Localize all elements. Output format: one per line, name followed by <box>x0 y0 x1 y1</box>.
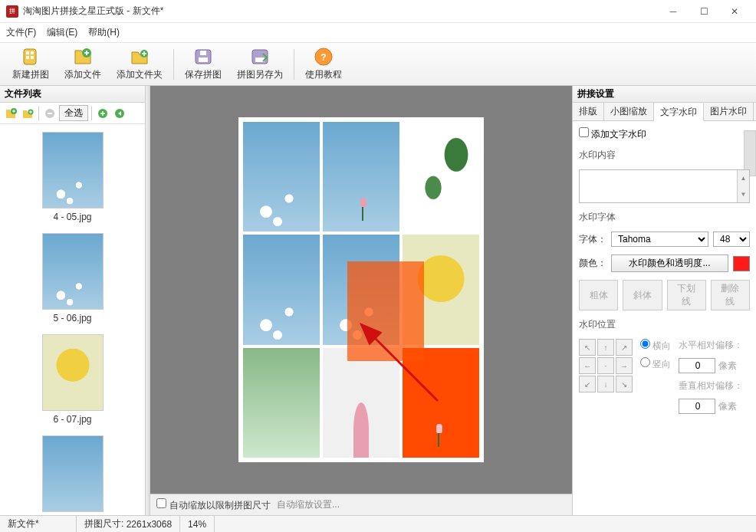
voffset-label: 垂直相对偏移： <box>679 379 743 392</box>
toolbar-saveas-label: 拼图另存为 <box>237 68 283 81</box>
canvas-footer: 自动缩放以限制拼图尺寸 自动缩放设置... <box>150 494 572 515</box>
orient-vert[interactable]: 竖向 <box>640 357 671 371</box>
list-item[interactable]: 6 - 07.jpg <box>0 334 145 425</box>
position-section-label: 水印位置 <box>579 318 750 331</box>
font-section-label: 水印字体 <box>579 211 750 224</box>
add-text-watermark-checkbox[interactable]: 添加文字水印 <box>579 127 750 141</box>
tab-text-watermark[interactable]: 文字水印 <box>654 103 704 121</box>
toolbar-addfile-label: 添加文件 <box>64 68 101 81</box>
tab-image-watermark[interactable]: 图片水印 <box>704 103 754 120</box>
menu-edit[interactable]: 编辑(E) <box>47 26 77 39</box>
font-select[interactable]: Tahoma <box>611 232 708 247</box>
toolbar-new[interactable]: 新建拼图 <box>5 44 57 84</box>
minimize-button[interactable]: ─ <box>658 1 689 22</box>
thumbnail-image <box>42 334 104 411</box>
thumbnail-list[interactable]: 4 - 05.jpg 5 - 06.jpg 6 - 07.jpg <box>0 124 145 515</box>
orient-horiz[interactable]: 横向 <box>640 339 671 353</box>
canvas-viewport[interactable] <box>150 86 572 494</box>
grid-cell[interactable] <box>323 122 399 232</box>
toolbar-saveas[interactable]: 拼图另存为 <box>229 44 291 84</box>
pos-tr[interactable]: ↗ <box>616 339 633 356</box>
action-b-icon[interactable] <box>112 106 127 121</box>
svg-rect-0 <box>24 49 36 64</box>
statusbar: 新文件* 拼图尺寸: 2261x3068 14% <box>0 515 756 532</box>
add-file-icon[interactable] <box>3 106 18 121</box>
list-item[interactable]: 4 - 05.jpg <box>0 132 145 222</box>
scroll-down-icon[interactable]: ▼ <box>737 186 749 202</box>
svg-rect-2 <box>31 51 34 54</box>
arrow-annotation <box>346 309 445 409</box>
voffset-input[interactable] <box>679 399 715 414</box>
color-swatch[interactable] <box>733 256 750 271</box>
px-label: 像素 <box>718 360 737 373</box>
tab-layout[interactable]: 排版 <box>573 103 604 120</box>
pos-bl[interactable]: ↙ <box>579 376 596 392</box>
toolbar-addfile[interactable]: 添加文件 <box>57 44 109 84</box>
svg-rect-8 <box>199 57 208 62</box>
strike-button[interactable]: 删除线 <box>711 280 750 310</box>
menu-help[interactable]: 帮助(H) <box>88 26 120 39</box>
svg-rect-4 <box>31 56 34 59</box>
hoffset-input[interactable] <box>679 358 715 373</box>
close-button[interactable]: ✕ <box>719 1 750 22</box>
color-label: 颜色： <box>579 257 606 270</box>
tab-thumb[interactable]: 小图缩放 <box>604 103 654 120</box>
status-zoom: 14% <box>180 516 215 532</box>
list-item[interactable]: 5 - 06.jpg <box>0 233 145 323</box>
toolbar-tutorial-label: 使用教程 <box>305 68 342 81</box>
italic-button[interactable]: 斜体 <box>623 280 662 310</box>
action-a-icon[interactable] <box>95 106 110 121</box>
file-list-panel: 文件列表 全选 4 - 05.jpg 5 - 06.jpg 6 - 07.jpg <box>0 86 146 515</box>
save-icon <box>192 47 214 67</box>
auto-scale-checkbox[interactable]: 自动缩放以限制拼图尺寸 <box>156 498 271 512</box>
settings-panel: 拼接设置 排版 小图缩放 文字水印 图片水印 添加文字水印 水印内容 ▲ ▼ 水… <box>572 86 756 515</box>
color-button[interactable]: 水印颜色和透明度... <box>611 255 728 272</box>
font-row: 字体： Tahoma 48 <box>579 232 750 247</box>
grid-cell[interactable] <box>403 122 479 232</box>
toolbar-addfolder[interactable]: 添加文件夹 <box>109 44 170 84</box>
pos-r[interactable]: → <box>616 357 633 374</box>
add-folder-icon[interactable] <box>20 106 35 121</box>
file-list-title: 文件列表 <box>0 86 145 103</box>
watermark-content-input[interactable]: ▲ ▼ <box>579 169 750 203</box>
thumbnail-image <box>42 132 104 209</box>
maximize-button[interactable]: ☐ <box>689 1 719 22</box>
pos-c[interactable]: · <box>597 357 614 374</box>
style-buttons: 粗体 斜体 下划线 删除线 <box>579 280 750 310</box>
pos-b[interactable]: ↓ <box>597 376 614 392</box>
auto-scale-settings-link[interactable]: 自动缩放设置... <box>277 498 340 511</box>
grid-cell[interactable] <box>243 348 320 458</box>
pos-tl[interactable]: ↖ <box>579 339 596 356</box>
color-row: 颜色： 水印颜色和透明度... <box>579 255 750 272</box>
scroll-up-icon[interactable]: ▲ <box>737 170 749 186</box>
thumbnail-image <box>42 233 104 310</box>
tool-separator <box>91 107 92 120</box>
pos-br[interactable]: ↘ <box>616 376 633 392</box>
bold-button[interactable]: 粗体 <box>579 280 618 310</box>
select-all-button[interactable]: 全选 <box>59 105 88 121</box>
add-text-watermark-label: 添加文字水印 <box>591 129 646 140</box>
auto-scale-label: 自动缩放以限制拼图尺寸 <box>169 500 271 511</box>
hoffset-row: 水平相对偏移： <box>679 339 743 352</box>
toolbar-save[interactable]: 保存拼图 <box>177 44 229 84</box>
toolbar-new-label: 新建拼图 <box>12 68 49 81</box>
svg-rect-1 <box>26 51 29 54</box>
size-select[interactable]: 48 <box>713 232 750 247</box>
grid-cell[interactable] <box>243 122 320 232</box>
menu-file[interactable]: 文件(F) <box>6 26 36 39</box>
underline-button[interactable]: 下划线 <box>667 280 706 310</box>
list-item[interactable] <box>0 435 145 512</box>
workarea: 文件列表 全选 4 - 05.jpg 5 - 06.jpg 6 - 07.jpg <box>0 86 756 515</box>
settings-title: 拼接设置 <box>573 86 756 103</box>
status-size: 拼图尺寸: 2261x3068 <box>77 516 180 532</box>
pos-l[interactable]: ← <box>579 357 596 374</box>
svg-rect-3 <box>26 56 29 59</box>
svg-text:?: ? <box>320 52 326 63</box>
pos-t[interactable]: ↑ <box>597 339 614 356</box>
window-title: 淘淘图片拼接之星正式版 - 新文件* <box>23 5 658 18</box>
grid-cell[interactable] <box>243 235 320 344</box>
remove-icon[interactable] <box>42 106 58 121</box>
toolbar-tutorial[interactable]: ? 使用教程 <box>297 44 350 84</box>
saveas-icon <box>249 47 271 67</box>
collage-page[interactable] <box>238 117 484 462</box>
